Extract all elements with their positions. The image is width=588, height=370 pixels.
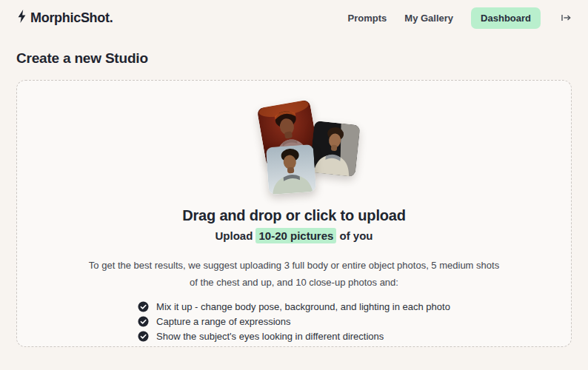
checklist-item: Mix it up - change body pose, background… [138,301,450,312]
checklist-item: Capture a range of expressions [138,316,450,327]
checklist-item-text: Mix it up - change body pose, background… [156,301,450,312]
upload-tips-checklist: Mix it up - change body pose, background… [138,301,450,342]
checklist-item-text: Capture a range of expressions [156,316,290,327]
sample-photo-dark-background [310,121,361,177]
nav-item-dashboard[interactable]: Dashboard [471,7,541,29]
check-badge-icon [138,331,149,342]
subtitle-highlight: 10-20 pictures [255,228,336,243]
logo-text: MorphicShot. [30,10,113,26]
subtitle-suffix: of you [336,229,372,242]
main-nav: Prompts My Gallery Dashboard [348,7,572,29]
logo[interactable]: MorphicShot. [16,9,113,27]
sample-photo-collage [229,104,359,198]
page-title: Create a new Studio [16,50,572,67]
nav-item-prompts[interactable]: Prompts [348,13,387,24]
nav-item-my-gallery[interactable]: My Gallery [404,13,453,24]
dropzone-subtitle: Upload 10-20 pictures of you [17,229,571,242]
upload-dropzone[interactable]: Drag and drop or click to upload Upload … [16,80,572,347]
check-badge-icon [138,316,149,327]
sample-photo-sky-background [266,144,316,195]
dropzone-description: To get the best results, we suggest uplo… [87,258,501,292]
subtitle-prefix: Upload [215,229,255,242]
logout-button[interactable] [560,12,572,24]
header: MorphicShot. Prompts My Gallery Dashboar… [0,0,588,36]
dropzone-heading: Drag and drop or click to upload [17,207,571,224]
checklist-item: Show the subject's eyes looking in diffe… [138,331,450,342]
check-badge-icon [138,301,149,312]
logout-icon [560,12,572,24]
bolt-icon [16,9,27,27]
checklist-item-text: Show the subject's eyes looking in diffe… [156,331,384,342]
